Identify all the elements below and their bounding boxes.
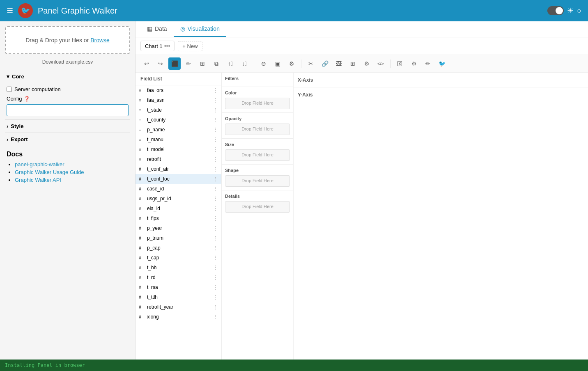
field-menu-icon[interactable]: ⋮ — [213, 186, 218, 192]
field-item[interactable]: ≡t_county⋮ — [136, 115, 221, 125]
theme-toggle[interactable] — [547, 6, 564, 15]
opacity-drop-zone[interactable]: Drop Field Here — [225, 124, 290, 135]
field-menu-icon[interactable]: ⋮ — [213, 314, 218, 320]
sort-asc-button[interactable]: ↑⃣ — [224, 57, 237, 70]
zoom-rect-button[interactable]: ▣ — [271, 57, 284, 70]
field-menu-icon[interactable]: ⋮ — [213, 97, 218, 103]
brightness-icon[interactable]: ☀ — [567, 6, 574, 15]
config-input[interactable] — [7, 104, 129, 116]
field-menu-icon[interactable]: ⋮ — [213, 294, 218, 300]
field-item[interactable]: #p_cap⋮ — [136, 243, 221, 253]
field-item[interactable]: ≡t_state⋮ — [136, 105, 221, 115]
field-item[interactable]: #p_tnum⋮ — [136, 233, 221, 243]
size-drop-zone[interactable]: Drop Field Here — [225, 149, 290, 161]
field-menu-icon[interactable]: ⋮ — [213, 147, 218, 152]
tab-visualization[interactable]: ◎ Visualization — [174, 21, 226, 37]
upload-zone[interactable]: Drag & Drop your files or Browse — [5, 26, 130, 54]
field-menu-icon[interactable]: ⋮ — [213, 265, 218, 270]
shape-drop-zone[interactable]: Drop Field Here — [225, 175, 290, 187]
field-item[interactable]: #t_rd⋮ — [136, 273, 221, 282]
field-item[interactable]: ≡faa_ors⋮ — [136, 85, 221, 95]
key-button[interactable]: ⚿ — [394, 57, 406, 70]
layers-button[interactable]: ⊞ — [196, 57, 209, 70]
field-menu-icon[interactable]: ⋮ — [213, 206, 218, 211]
edit-button[interactable]: ✏ — [182, 57, 195, 70]
field-item[interactable]: #retrofit_year⋮ — [136, 302, 221, 312]
field-item[interactable]: #p_year⋮ — [136, 223, 221, 233]
config-button[interactable]: ⚙ — [361, 57, 373, 70]
number-field-icon: # — [139, 275, 145, 280]
field-item[interactable]: #t_conf_loc⋮t_conf_loc — [136, 174, 221, 184]
chart-tab-1[interactable]: Chart 1 ••• — [140, 41, 175, 51]
field-item[interactable]: #case_id⋮ — [136, 184, 221, 194]
tab-data[interactable]: ▦ Data — [140, 21, 174, 37]
table-button[interactable]: ⊞ — [347, 57, 359, 70]
field-menu-icon[interactable]: ⋮ — [213, 225, 218, 231]
field-item[interactable]: ≡faa_asn⋮ — [136, 95, 221, 105]
bird-button[interactable]: 🐦 — [436, 57, 448, 70]
field-menu-icon[interactable]: ⋮ — [213, 304, 218, 310]
export-section-header[interactable]: › Export — [5, 133, 130, 146]
browse-link[interactable]: Browse — [90, 37, 110, 44]
redo-button[interactable]: ↪ — [154, 57, 167, 70]
field-menu-icon[interactable]: ⋮ — [213, 245, 218, 251]
code-button[interactable]: </> — [374, 57, 387, 70]
pen-button[interactable]: ✏ — [422, 57, 434, 70]
undo-button[interactable]: ↩ — [140, 57, 153, 70]
circle-icon[interactable]: ○ — [577, 7, 581, 15]
field-menu-icon[interactable]: ⋮ — [213, 176, 218, 182]
field-item[interactable]: #t_rsa⋮ — [136, 282, 221, 292]
field-menu-icon[interactable]: ⋮ — [213, 284, 218, 290]
sort-desc-button[interactable]: ↓⃣ — [238, 57, 250, 70]
brush-button[interactable]: ✂ — [305, 57, 317, 70]
field-menu-icon[interactable]: ⋮ — [213, 235, 218, 241]
field-item[interactable]: ≡t_model⋮ — [136, 144, 221, 154]
field-menu-icon[interactable]: ⋮ — [213, 166, 218, 172]
download-link[interactable]: Download example.csv — [5, 59, 130, 65]
style-section-header[interactable]: › Style — [5, 119, 130, 133]
field-menu-icon[interactable]: ⋮ — [213, 117, 218, 123]
field-menu-icon[interactable]: ⋮ — [213, 215, 218, 221]
field-item[interactable]: ≡p_name⋮ — [136, 125, 221, 135]
zoom-out-button[interactable]: ⊖ — [257, 57, 270, 70]
details-drop-zone[interactable]: Drop Field Here — [225, 201, 290, 213]
image-button[interactable]: 🖼 — [333, 57, 345, 70]
mark-type-button[interactable]: ⬛ — [168, 57, 181, 70]
zoom-settings-button[interactable]: ⚙ — [285, 57, 298, 70]
docs-link-api[interactable]: Graphic Walker API — [15, 177, 61, 183]
field-menu-icon[interactable]: ⋮ — [213, 196, 218, 202]
field-menu-icon[interactable]: ⋮ — [213, 107, 218, 113]
link-button[interactable]: 🔗 — [319, 57, 331, 70]
field-name-label: t_rsa — [147, 284, 211, 290]
core-section-header[interactable]: ▾ Core — [5, 70, 130, 83]
color-drop-zone[interactable]: Drop Field Here — [225, 98, 290, 109]
field-item[interactable]: #t_fips⋮ — [136, 213, 221, 223]
field-item[interactable]: #t_hh⋮ — [136, 263, 221, 273]
docs-link-panel[interactable]: panel-graphic-walker — [15, 161, 64, 167]
chart-options-icon[interactable]: ••• — [164, 43, 170, 49]
viz-tab-icon: ◎ — [180, 25, 185, 32]
docs-link-usage[interactable]: Graphic Walker Usage Guide — [15, 169, 84, 175]
server-computation-checkbox[interactable] — [7, 87, 12, 92]
menu-icon[interactable]: ☰ — [7, 6, 13, 15]
y-axis-drop[interactable] — [322, 92, 588, 98]
field-item[interactable]: #t_cap⋮ — [136, 253, 221, 263]
field-item[interactable]: #usgs_pr_id⋮ — [136, 194, 221, 204]
field-menu-icon[interactable]: ⋮ — [213, 137, 218, 142]
duplicate-button[interactable]: ⧉ — [210, 57, 223, 70]
field-menu-icon[interactable]: ⋮ — [213, 255, 218, 261]
field-item[interactable]: ≡retrofit⋮ — [136, 154, 221, 164]
field-item[interactable]: #xlong⋮ — [136, 312, 221, 322]
field-menu-icon[interactable]: ⋮ — [213, 275, 218, 280]
shape-section: Shape Drop Field Here — [222, 165, 293, 190]
field-item[interactable]: #eia_id⋮ — [136, 204, 221, 213]
add-chart-button[interactable]: + New — [178, 41, 202, 51]
field-item[interactable]: ≡t_manu⋮ — [136, 135, 221, 144]
x-axis-drop[interactable] — [322, 77, 588, 83]
field-item[interactable]: #t_ttlh⋮ — [136, 292, 221, 302]
field-item[interactable]: #t_conf_atr⋮ — [136, 164, 221, 174]
field-menu-icon[interactable]: ⋮ — [213, 127, 218, 133]
key-settings-button[interactable]: ⚙ — [408, 57, 420, 70]
field-menu-icon[interactable]: ⋮ — [213, 156, 218, 162]
field-menu-icon[interactable]: ⋮ — [213, 87, 218, 93]
